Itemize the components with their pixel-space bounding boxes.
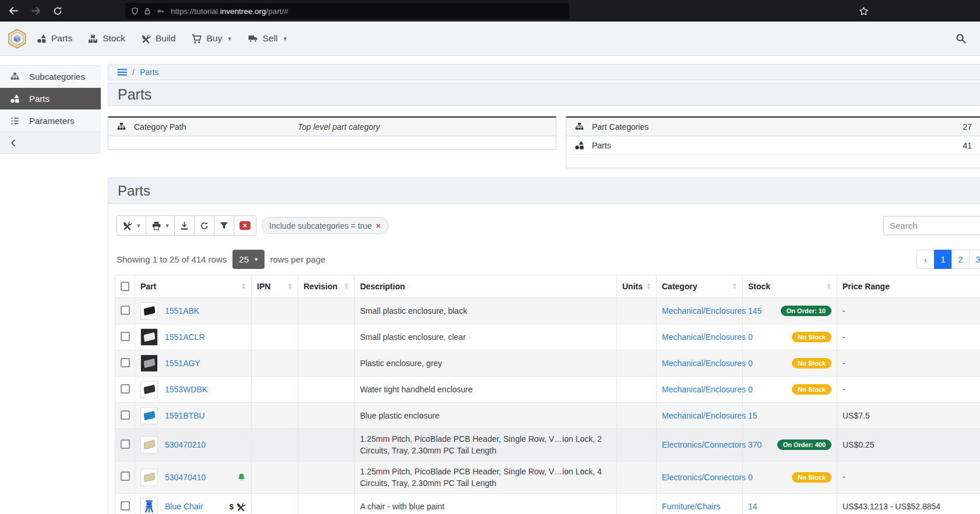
stock-count-link[interactable]: 14 [748,502,757,511]
column-label: Revision [304,282,337,291]
sort-icon[interactable]: ▲▼ [643,283,651,290]
part-ipn [252,403,298,429]
category-link[interactable]: Mechanical/Enclosures [662,359,746,368]
stock-count-link[interactable]: 0 [748,385,753,394]
stock-count-link[interactable]: 0 [748,473,753,482]
sidebar-item-subcategories[interactable]: Subcategories [0,65,101,87]
star-icon[interactable] [855,3,872,19]
lock-icon[interactable] [144,7,151,15]
category-link[interactable]: Mechanical/Enclosures [662,306,746,316]
pagination-page-1[interactable]: 1 [934,250,952,269]
stock-count-link[interactable]: 370 [748,440,762,449]
filter-chip-close-icon[interactable]: × [376,221,380,231]
category-link[interactable]: Electronics/Connectors [662,440,746,449]
sort-icon[interactable]: ▲▼ [238,283,246,290]
nav-item-parts[interactable]: Parts [37,33,72,44]
category-link[interactable]: Mechanical/Enclosures [662,332,746,342]
column-header-stock[interactable]: Stock▲▼ [743,275,837,298]
search-input[interactable] [883,216,980,235]
part-link[interactable]: 1591BTBU [165,411,205,420]
enclosure-black-icon[interactable] [140,302,158,320]
price-range: - [837,377,980,403]
price-range: - [837,350,980,377]
remove-filters-button[interactable]: ✕ [234,216,256,235]
url-bar[interactable]: https://tutorial.inventree.org/part/# [125,3,569,19]
nav-item-buy[interactable]: Buy▾ [191,33,231,44]
stock-count-link[interactable]: 0 [748,332,753,342]
stock-count-link[interactable]: 0 [748,359,753,368]
part-link[interactable]: Blue Chair [165,502,203,511]
back-arrow-icon[interactable] [5,3,22,19]
enclosure-clear-icon[interactable] [140,328,158,346]
sort-icon[interactable]: ▲▼ [341,283,349,290]
column-header-part[interactable]: Part▲▼ [135,275,252,298]
connector-icon[interactable] [140,436,158,453]
part-link[interactable]: 1551AGY [165,359,200,368]
row-checkbox[interactable] [121,501,130,511]
select-all-header[interactable] [115,275,135,298]
part-options-button[interactable]: ▾ [117,216,146,235]
part-ipn [252,350,298,377]
pagination-page-3[interactable]: 3 [969,250,980,269]
column-header-category[interactable]: Category▲▼ [657,275,743,298]
category-link[interactable]: Mechanical/Enclosures [662,411,746,420]
key-icon[interactable] [156,8,165,15]
sort-icon[interactable]: ▲▼ [823,283,831,290]
row-checkbox[interactable] [121,306,130,315]
chevron-down-icon: ▾ [166,222,170,229]
sort-icon[interactable]: ▲▼ [284,283,292,290]
column-header-revision[interactable]: Revision▲▼ [298,275,355,298]
category-link[interactable]: Mechanical/Enclosures [662,385,746,394]
hamburger-icon[interactable] [116,68,127,77]
sidebar-collapse-button[interactable] [0,132,101,154]
filter-chip[interactable]: Include subcategories = true × [262,217,388,234]
select-all-checkbox[interactable] [121,282,129,291]
row-checkbox[interactable] [121,358,130,367]
filter-button[interactable] [214,216,234,235]
pagination-page-2[interactable]: 2 [951,250,970,269]
column-header-ipn[interactable]: IPN▲▼ [252,275,298,298]
enclosure-grey-icon[interactable] [140,355,158,372]
search-icon[interactable] [956,33,966,44]
part-link[interactable]: 1553WDBK [165,385,207,394]
reload-icon[interactable] [49,3,66,19]
refresh-button[interactable] [195,216,214,235]
category-link[interactable]: Electronics/Connectors [662,473,746,482]
column-header-units[interactable]: Units▲▼ [617,275,657,298]
row-checkbox[interactable] [121,439,130,449]
sidebar-item-parts[interactable]: Parts [0,87,101,109]
stock-count-link[interactable]: 15 [748,411,757,420]
chair-icon[interactable] [140,498,158,514]
part-units [617,494,657,514]
enclosure-blue-icon[interactable] [140,407,158,424]
sidebar-item-parameters[interactable]: Parameters [0,109,101,132]
shield-icon[interactable] [131,7,139,15]
part-link[interactable]: 530470410 [165,473,206,482]
page-size-dropdown[interactable]: 25▾ [232,250,264,269]
row-checkbox[interactable] [121,384,130,394]
row-checkbox[interactable] [121,410,130,420]
connector-icon[interactable] [140,469,158,486]
nav-item-label: Stock [103,33,125,44]
part-link[interactable]: 1551ACLR [165,332,205,342]
category-link[interactable]: Furniture/Chairs [662,502,720,511]
forward-arrow-icon[interactable] [27,3,44,19]
row-checkbox[interactable] [121,472,130,481]
part-link[interactable]: 530470210 [165,440,206,449]
pagination-prev-button[interactable]: ‹ [916,250,935,269]
nav-item-build[interactable]: Build [141,33,175,44]
category-path-card: Category Path Top level part category [108,116,556,150]
filter-icon [220,221,228,231]
print-button[interactable]: ▾ [146,216,175,235]
part-link[interactable]: 1551ABK [165,306,199,316]
row-checkbox[interactable] [121,332,130,341]
enclosure-dark-icon[interactable] [140,381,158,398]
nav-item-sell[interactable]: Sell▾ [247,33,287,44]
chevron-down-icon: ▾ [137,222,140,229]
sort-icon[interactable]: ▲▼ [729,283,737,290]
stock-count-link[interactable]: 145 [748,306,762,316]
breadcrumb-parts-link[interactable]: Parts [140,68,159,77]
download-button[interactable] [175,216,195,235]
inventree-logo-icon[interactable] [7,29,27,49]
nav-item-stock[interactable]: Stock [88,33,125,44]
